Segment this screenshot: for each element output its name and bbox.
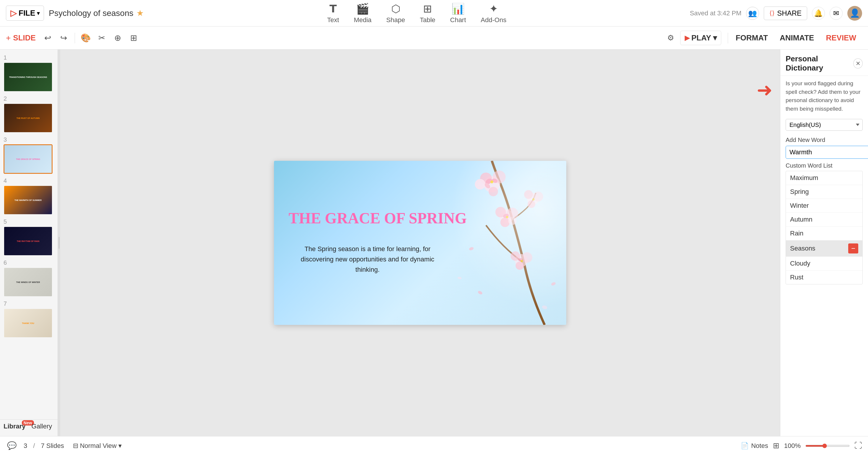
main-content: 1TRANSITIONING THROUGH SEASONS2THE RUST … (0, 50, 868, 436)
scissors-button[interactable]: ✂ (94, 31, 109, 45)
slide-thumbnail: THANK YOU (4, 308, 53, 338)
word-list-item[interactable]: Cloudy (786, 257, 862, 270)
play-button[interactable]: ▶ PLAY ▾ (680, 31, 721, 45)
slide-thumbnail-item[interactable]: 3THE GRACE OF SPRING (0, 135, 58, 175)
svg-point-21 (521, 260, 523, 262)
collaborators-icon[interactable]: 👥 (746, 7, 759, 20)
word-list-item[interactable]: Rust (786, 270, 862, 284)
table-tool[interactable]: ⊞ Table (420, 3, 435, 24)
copy-button[interactable]: ⊕ (111, 31, 125, 45)
user-avatar[interactable]: 👤 (847, 6, 862, 21)
add-word-input[interactable] (786, 146, 868, 159)
svg-point-22 (527, 193, 539, 205)
slide-number: 6 (4, 259, 54, 266)
animate-tab[interactable]: ANIMATE (774, 30, 820, 45)
chat-button[interactable]: 💬 (6, 440, 18, 452)
notes-button[interactable]: 📄 Notes (741, 442, 768, 450)
word-list-item[interactable]: Rain (786, 227, 862, 240)
shape-icon: ⬡ (391, 3, 400, 15)
slide-thumbnail: THE RUST OF AUTUMN (4, 103, 53, 133)
add-new-word-label: Add New Word (786, 137, 863, 143)
slide-thumbnail: THE WARMTH OF SUMMER (4, 185, 53, 215)
slide-canvas-area[interactable]: THE GRACE OF SPRING The Spring season is… (60, 50, 780, 436)
library-tab[interactable]: Library New (4, 423, 26, 430)
svg-point-14 (502, 213, 509, 219)
paint-button[interactable]: 🎨 (79, 31, 93, 45)
word-list-item[interactable]: Autumn (786, 213, 862, 227)
slide-number: 2 (4, 95, 54, 102)
notification-icon[interactable]: 🔔 (812, 7, 825, 20)
app-logo-icon: ▷ (10, 8, 17, 18)
settings-icon[interactable]: ⚙ (664, 32, 677, 44)
share-label: SHARE (777, 9, 802, 18)
undo-button[interactable]: ↩ (40, 31, 55, 45)
media-tool[interactable]: 🎬 Media (354, 3, 371, 24)
zoom-slider[interactable] (805, 445, 850, 447)
slide-number: 7 (4, 300, 54, 307)
slide-thumbnail-item[interactable]: 5THE RHYTHM OF RAIN (0, 217, 58, 258)
fullscreen-button[interactable]: ⛶ (855, 441, 862, 450)
slide-button-label: SLIDE (13, 33, 36, 42)
top-right-toolbar: Saved at 3:42 PM 👥 ⟨⟩ SHARE 🔔 ✉ 👤 (690, 6, 862, 21)
word-list-item[interactable]: Spring (786, 185, 862, 199)
play-triangle-icon: ▶ (685, 34, 690, 42)
view-chevron-icon: ▾ (118, 442, 122, 450)
cherry-blossom-decoration (435, 161, 566, 325)
media-icon: 🎬 (356, 3, 369, 15)
close-panel-button[interactable]: ✕ (853, 58, 863, 68)
message-icon[interactable]: ✉ (830, 7, 843, 20)
svg-point-1 (480, 173, 492, 185)
shape-tool[interactable]: ⬡ Shape (386, 3, 405, 24)
document-title: Psychology of seasons (49, 8, 133, 18)
slide-thumbnail-item[interactable]: 1TRANSITIONING THROUGH SEASONS (0, 53, 58, 94)
format-tab[interactable]: FORMAT (730, 30, 774, 45)
share-button[interactable]: ⟨⟩ SHARE (764, 6, 807, 20)
slide-number: 5 (4, 218, 54, 225)
file-chevron-icon: ▾ (37, 10, 39, 17)
chart-tool[interactable]: 📊 Chart (450, 3, 466, 24)
addons-label: Add-Ons (480, 16, 506, 24)
dict-panel-title: Personal Dictionary (786, 54, 853, 73)
play-label: PLAY (691, 33, 711, 42)
svg-point-27 (469, 247, 474, 251)
text-tool[interactable]: 𝗧 Text (327, 3, 339, 24)
slide-thumbnail-item[interactable]: 2THE RUST OF AUTUMN (0, 94, 58, 135)
add-word-row: + (786, 146, 863, 159)
panel-resize-handle[interactable] (58, 50, 60, 436)
slide-number: 3 (4, 136, 54, 143)
slides-list: 1TRANSITIONING THROUGH SEASONS2THE RUST … (0, 53, 58, 339)
slide-thumbnail-item[interactable]: 4THE WARMTH OF SUMMER (0, 175, 58, 217)
view-label: Normal View (80, 442, 117, 450)
slide-thumbnail: THE RHYTHM OF RAIN (4, 226, 53, 256)
view-selector[interactable]: ⊟ Normal View ▾ (73, 442, 122, 450)
slide-background: THE GRACE OF SPRING The Spring season is… (274, 161, 566, 325)
slide-thumbnail-item[interactable]: 6THE WINDS OF WINTER (0, 258, 58, 299)
paste-button[interactable]: ⊞ (126, 31, 141, 45)
delete-word-button[interactable]: − (848, 243, 858, 254)
file-menu-button[interactable]: ▷ FILE ▾ (6, 6, 44, 21)
svg-point-17 (510, 251, 520, 261)
redo-button[interactable]: ↪ (56, 31, 71, 45)
file-label: FILE (19, 8, 35, 18)
language-select[interactable]: English(US)English(UK)SpanishFrenchGerma… (786, 119, 863, 131)
addons-tool[interactable]: ✦ Add-Ons (480, 3, 506, 24)
notes-label: Notes (751, 442, 768, 450)
add-word-section: Add New Word + (780, 133, 868, 161)
word-list-item[interactable]: Maximum (786, 171, 862, 185)
gallery-tab[interactable]: Gallery (32, 423, 52, 430)
svg-point-18 (522, 252, 532, 263)
slide-panel: 1TRANSITIONING THROUGH SEASONS2THE RUST … (0, 50, 58, 436)
svg-point-31 (541, 305, 547, 310)
slides-layout-icon[interactable]: ⊞ (773, 441, 779, 450)
word-list: MaximumSpringWinterAutumnRainSeasons−Clo… (786, 171, 863, 285)
document-star-icon[interactable]: ★ (136, 8, 144, 18)
text-label: Text (327, 16, 339, 24)
saved-status: Saved at 3:42 PM (690, 9, 741, 17)
review-tab[interactable]: REVIEW (820, 30, 862, 45)
chart-icon: 📊 (452, 3, 465, 15)
word-list-item[interactable]: Seasons− (786, 240, 862, 257)
word-list-item[interactable]: Winter (786, 199, 862, 213)
slide-thumbnail-item[interactable]: 7THANK YOU (0, 299, 58, 339)
add-slide-button[interactable]: + SLIDE (6, 33, 36, 43)
svg-point-24 (533, 192, 543, 201)
